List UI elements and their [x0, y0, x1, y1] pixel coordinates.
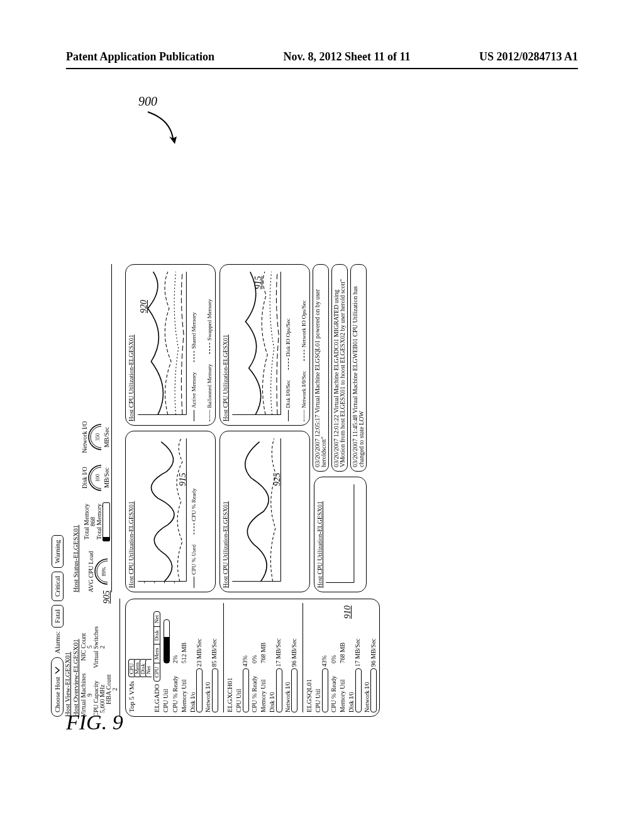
callout-915: 915 — [179, 473, 187, 486]
hs-disk-label: Disk I/O — [81, 467, 88, 489]
host-overview-title: Host Overview-ELGESX01 — [72, 599, 79, 717]
hs-mem-label2: Total Memory — [96, 504, 103, 540]
line-chart-icon — [135, 435, 193, 588]
chart-memory: Host CPU Utilization-ELGESX01 920 Active… — [125, 264, 216, 426]
chart-title: Host CPU Utilization-ELGESX01 — [223, 435, 229, 588]
vm-cpu-ready: 0% — [251, 655, 258, 663]
top5-sort-tabs[interactable]: CPU Mem Disk Net — [128, 659, 151, 677]
event-row: 03/20/2007 11:45:48 Virtual Machine ELGW… — [350, 264, 367, 472]
vm-mem: 512 MB — [180, 643, 187, 663]
header-center: Nov. 8, 2012 Sheet 11 of 11 — [283, 50, 410, 64]
callout-915b: 915 — [254, 276, 263, 289]
overview-row: Host Overview-ELGESX01 Virtual Machines9… — [72, 264, 121, 717]
vm-tabs[interactable]: CPU Mem Disk Net — [153, 611, 160, 682]
line-chart-icon — [229, 268, 287, 421]
header-right: US 2012/0284713 A1 — [479, 50, 578, 64]
mini-bar — [355, 668, 362, 712]
vm-cpu-util: 43% — [321, 655, 328, 667]
page-header: Patent Application Publication Nov. 8, 2… — [66, 50, 578, 64]
hs-avgcpu-label: AVG CPU Load — [87, 551, 94, 592]
callout-920: 920 — [140, 300, 148, 313]
alarm-warning-button[interactable]: Warning — [52, 535, 64, 568]
chart-title: Host CPU Utilization-ELGESX01 — [128, 435, 135, 588]
event-row: 03/20/2007 12:01:22 Virtual Machine ELGA… — [331, 264, 348, 472]
line-chart-icon — [229, 435, 287, 588]
vm-cpu-ready: 2% — [172, 655, 179, 663]
figure-callout-900: 900 — [113, 94, 189, 145]
chart-title: Host CPU Utilization-ELGESX01 — [223, 268, 229, 421]
events-panel: 03/20/2007 12:05:17 Virtual Machine ELGS… — [310, 264, 367, 472]
vm-mem: 768 MB — [260, 643, 267, 663]
vm-row: ELGADO CPU Mem Disk Net CPU Util CPU % R… — [153, 603, 218, 712]
page: Patent Application Publication Nov. 8, 2… — [0, 0, 644, 830]
hs-net-unit: MB/Sec — [103, 427, 110, 448]
gauge-icon: 350 — [88, 423, 103, 451]
vm-disk: 17 MB/Sec — [275, 638, 282, 667]
chart-legend: Disk I/0/Sec Disk IO Ops/Sec Network I/0… — [286, 268, 307, 421]
vm-net: 85 MB/Sec — [211, 638, 218, 667]
vm-name: ELGADO — [153, 684, 160, 712]
chart-cpu2: Host CPU Utilization-ELGESX01 925 — [219, 431, 310, 592]
vm-cpu-ready: 0% — [330, 655, 337, 663]
callout-910: 910 — [343, 606, 352, 619]
vm-row: ELGXCH01 CPU Util 43% CPU % Ready0% Memo… — [223, 603, 297, 712]
callout-900-text: 900 — [138, 94, 157, 108]
host-status: AVG CPU Load 89% Total Memory 868 Total … — [80, 264, 112, 592]
callout-905: 905 — [103, 590, 111, 604]
line-chart-icon — [135, 268, 193, 421]
mini-bar — [322, 668, 328, 712]
host-view-title: Host View-ELGESX01 — [64, 264, 71, 717]
top5-title: Top 5 VMs — [128, 681, 135, 712]
host-status-title: Host Status-ELGESX01 — [72, 264, 79, 592]
mini-bar — [164, 619, 170, 663]
top5-card: Top 5 VMs CPU Mem Disk Net ELGADO — [125, 599, 380, 717]
svg-text:89%: 89% — [101, 567, 107, 577]
choose-host-label: Choose Host — [54, 677, 61, 712]
mini-bar — [212, 668, 218, 712]
topbar: Choose Host Alarms: Fatal Critical Warni… — [50, 264, 64, 717]
body-row: Top 5 VMs CPU Mem Disk Net ELGADO — [121, 264, 380, 717]
vm-net: 96 MB/Sec — [291, 638, 297, 667]
chart-title: Host CPU Utilization-ELGESX01 — [128, 268, 135, 421]
chart-small: Host CPU Utilization-ELGESX01 — [314, 477, 367, 592]
chart-legend: Active Memory Shared Memory Ballooned Me… — [191, 268, 213, 421]
mini-bar — [243, 668, 249, 712]
memory-bar — [103, 502, 110, 541]
vm-name: ELGXCH01 — [226, 677, 233, 712]
vm-disk: 23 MB/Sec — [196, 638, 203, 667]
chevron-down-icon — [53, 667, 61, 674]
dashboard-rotated: Choose Host Alarms: Fatal Critical Warni… — [50, 264, 644, 717]
vm-name: ELGSQL01 — [305, 679, 313, 712]
alarm-fatal-button[interactable]: Fatal — [52, 605, 64, 628]
gauge-icon: 89% — [94, 557, 109, 586]
gauge-icon: 100 — [88, 463, 103, 492]
callout-925: 925 — [273, 473, 282, 486]
mini-bar — [276, 668, 282, 712]
alarm-critical-button[interactable]: Critical — [52, 572, 64, 601]
mini-bar — [370, 668, 377, 712]
chart-cpu1: Host CPU Utilization-ELGESX01 915 CPU % … — [125, 431, 216, 592]
header-left: Patent Application Publication — [66, 50, 214, 64]
header-rule — [66, 68, 578, 69]
vm-net: 96 MB/Sec — [370, 638, 377, 667]
mini-bar — [291, 668, 297, 712]
hs-disk-unit: MB/Sec — [103, 467, 110, 488]
event-row: 03/20/2007 12:05:17 Virtual Machine ELGS… — [313, 264, 329, 472]
vm-mem: 768 MB — [339, 643, 346, 663]
hs-net-label: Network I/O — [81, 421, 88, 453]
vm-disk: 17 MB/Sec — [354, 638, 361, 667]
line-chart-icon — [323, 481, 358, 588]
chart-io: Host CPU Utilization-ELGESX01 915 Disk I… — [219, 264, 310, 426]
host-overview: Virtual Machines9 NIC Count5 CPU Capacit… — [80, 599, 120, 717]
vm-cpu-util: 43% — [242, 655, 248, 667]
mini-bar — [196, 668, 203, 712]
vm-row: ELGSQL01 CPU Util 43% CPU % Ready0% Memo… — [303, 603, 377, 712]
svg-text:350: 350 — [95, 433, 101, 441]
ov-hba-value: 2 — [111, 688, 118, 691]
ov-vsw-value: 2 — [99, 646, 106, 649]
choose-host-dropdown[interactable]: Choose Host — [51, 657, 64, 717]
chart-title: Host CPU Utilization-ELGESX01 — [317, 481, 323, 588]
alarms-label: Alarms: — [54, 631, 61, 653]
svg-text:100: 100 — [95, 474, 101, 482]
tab-net[interactable]: Net — [145, 659, 152, 677]
